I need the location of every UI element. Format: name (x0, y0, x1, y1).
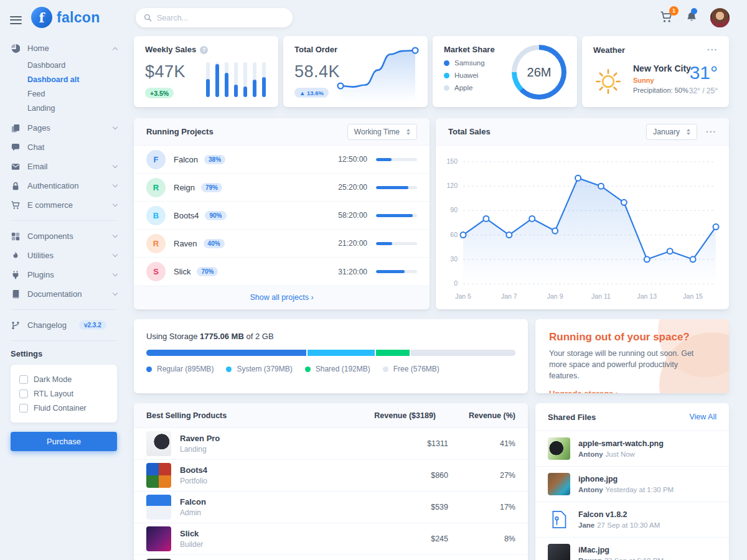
storage-summary: Using Storage 1775.06 MB of 2 GB (146, 332, 515, 341)
product-name[interactable]: Slick (180, 529, 405, 538)
sidebar-item-pages[interactable]: Pages (11, 118, 117, 138)
sidebar-item-plugins[interactable]: Plugins (11, 265, 117, 284)
legend-dot (444, 85, 449, 91)
sidebar-item-components[interactable]: Components (11, 226, 117, 246)
project-name[interactable]: Falcon (174, 155, 198, 164)
total-order-curve-chart (334, 43, 421, 102)
space-promo-title: Running out of your space? (549, 331, 715, 343)
project-progress-bar (376, 158, 417, 161)
project-time: 25:20:00 (338, 183, 367, 192)
file-thumbnail (548, 544, 570, 560)
weather-city: New York City (633, 63, 691, 73)
weather-card: Weather ··· New York City Sunny Precipit… (582, 36, 729, 107)
product-category: Builder (180, 540, 405, 549)
storage-bar (146, 350, 515, 356)
file-name[interactable]: iphone.jpg (578, 475, 674, 483)
svg-text:Jan 13: Jan 13 (637, 292, 657, 300)
file-name[interactable]: apple-smart-watch.png (578, 439, 664, 448)
storage-seg-regular (146, 350, 308, 356)
sidebar-item-utilities[interactable]: Utilities (11, 246, 117, 265)
sidebar-item-dashboard-alt[interactable]: Dashboard alt (11, 72, 117, 86)
dark-mode-toggle[interactable]: Dark Mode (19, 372, 108, 386)
product-name[interactable]: Falcon (180, 497, 405, 506)
col-revenue-pct: Revenue (%) (436, 411, 515, 420)
fluid-container-toggle[interactable]: Fluid Container (19, 401, 108, 415)
product-row-falcon: Falcon Admin $539 17% (134, 492, 528, 523)
checkbox-icon[interactable] (19, 375, 28, 384)
product-pct: 8% (486, 534, 515, 543)
menu-toggle-icon[interactable] (10, 14, 22, 26)
svg-text:0: 0 (454, 279, 458, 287)
month-select[interactable]: January (646, 124, 697, 140)
product-thumbnail (146, 431, 171, 456)
svg-text:30: 30 (450, 255, 458, 263)
fire-icon (11, 251, 21, 260)
product-revenue: $1311 (405, 439, 448, 448)
product-thumbnail (146, 495, 171, 520)
product-name[interactable]: Boots4 (180, 465, 405, 475)
purchase-button[interactable]: Purchase (11, 432, 117, 451)
rtl-layout-toggle[interactable]: RTL Layout (19, 386, 108, 401)
file-name[interactable]: iMac.jpg (578, 546, 664, 554)
sidebar-item-home[interactable]: Home (11, 39, 117, 58)
checkbox-icon[interactable] (19, 404, 28, 413)
brand-logo[interactable]: f falcon (31, 7, 100, 28)
project-name[interactable]: Reign (174, 183, 195, 192)
product-row-raven-pro: Raven Pro Landing $1311 41% (134, 428, 528, 460)
storage-card: Using Storage 1775.06 MB of 2 GB Regular… (134, 319, 528, 393)
svg-text:150: 150 (446, 157, 458, 165)
legend-dot (444, 60, 449, 66)
view-all-link[interactable]: View All (689, 413, 716, 421)
chat-icon (11, 143, 21, 152)
sidebar-item-email[interactable]: Email (11, 157, 117, 176)
more-menu-icon[interactable]: ··· (706, 127, 716, 137)
product-name[interactable]: Raven Pro (180, 434, 405, 443)
sidebar-item-authentication[interactable]: Authentication (11, 176, 117, 195)
show-all-projects-link[interactable]: Show all projects › (134, 286, 430, 309)
cart-button[interactable]: 1 (660, 11, 673, 25)
svg-text:90: 90 (450, 206, 458, 213)
sidebar-item-feed[interactable]: Feed (11, 86, 117, 101)
sidebar-item-ecommerce[interactable]: E commerce (11, 195, 117, 215)
sidebar-item-landing[interactable]: Landing (11, 101, 117, 115)
file-author: Antony (578, 486, 603, 493)
more-menu-icon[interactable]: ··· (707, 45, 718, 55)
sidebar-item-changelog[interactable]: Changelog v2.3.2 (11, 315, 117, 335)
chevron-down-icon (113, 124, 118, 129)
version-badge: v2.3.2 (79, 320, 106, 330)
project-name[interactable]: Slick (174, 267, 190, 276)
search-bar[interactable] (136, 8, 293, 27)
weekly-sales-badge: +3.5% (145, 88, 174, 98)
file-thumbnail (548, 473, 570, 495)
file-name[interactable]: Falcon v1.8.2 (578, 510, 660, 519)
weekly-sales-title: Weekly Sales (145, 45, 196, 54)
checkbox-icon[interactable] (19, 390, 28, 398)
shared-files-title: Shared Files (548, 413, 596, 422)
file-icon (548, 508, 570, 531)
sidebar-item-dashboard[interactable]: Dashboard (11, 58, 117, 72)
product-thumbnail (146, 463, 171, 488)
user-avatar[interactable] (710, 8, 730, 27)
svg-text:Jan 15: Jan 15 (683, 292, 703, 300)
svg-text:Jan 9: Jan 9 (547, 292, 563, 300)
plug-icon (11, 271, 21, 279)
chevron-down-icon (113, 163, 118, 168)
project-progress-bar (376, 214, 417, 217)
storage-used: 1775.06 MB (200, 332, 244, 341)
sidebar-item-chat[interactable]: Chat (11, 138, 117, 157)
copy-icon (11, 124, 21, 133)
working-time-select[interactable]: Working Time (347, 124, 417, 140)
notifications-button[interactable] (686, 11, 697, 25)
sidebar-item-documentation[interactable]: Documentation (11, 284, 117, 304)
settings-heading: Settings (11, 349, 117, 358)
file-time: Yesterday at 1:30 PM (606, 486, 674, 493)
search-input[interactable] (157, 14, 284, 22)
legend-dot (305, 366, 311, 372)
project-name[interactable]: Raven (174, 239, 197, 248)
product-revenue: $539 (405, 503, 448, 511)
upgrade-storage-link[interactable]: Upgrade storage › (549, 389, 618, 393)
file-row-iphone: iphone.jpg AntonyYesterday at 1:30 PM (535, 467, 729, 502)
help-icon[interactable]: ? (200, 46, 208, 54)
project-name[interactable]: Boots4 (174, 211, 199, 220)
project-time: 31:20:00 (338, 268, 367, 276)
